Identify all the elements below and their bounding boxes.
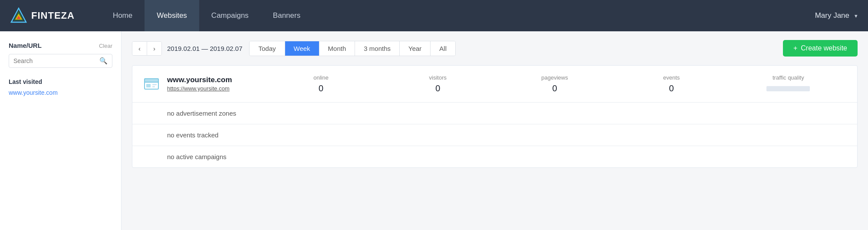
info-row-events: no events tracked <box>132 124 857 146</box>
nav-banners[interactable]: Banners <box>261 0 312 31</box>
search-icon[interactable]: 🔍 <box>99 57 108 65</box>
stat-online: online 0 <box>299 74 343 93</box>
stat-pageviews-label: pageviews <box>541 74 568 81</box>
stat-online-value: 0 <box>319 83 323 93</box>
stat-events-value: 0 <box>669 83 674 93</box>
sidebar: Name/URL Clear 🔍 Last visited www.yoursi… <box>0 31 122 230</box>
site-info: www.yoursite.com https://www.yoursite.co… <box>167 76 263 92</box>
stat-pageviews-value: 0 <box>552 83 557 93</box>
next-arrow-button[interactable]: › <box>147 42 161 55</box>
period-year[interactable]: Year <box>400 41 431 56</box>
svg-rect-7 <box>146 84 151 87</box>
stat-events-label: events <box>663 74 680 81</box>
nav-websites[interactable]: Websites <box>145 0 199 31</box>
period-week[interactable]: Week <box>285 41 319 56</box>
user-menu[interactable]: Mary Jane ▾ <box>815 11 858 20</box>
stat-traffic-quality: traffic quality <box>766 74 810 93</box>
date-bar: ‹ › 2019.02.01 — 2019.02.07 Today Week M… <box>132 40 858 57</box>
period-tabs: Today Week Month 3 months Year All <box>249 41 456 56</box>
period-today[interactable]: Today <box>250 41 285 56</box>
user-name: Mary Jane <box>815 11 849 20</box>
last-visited-label: Last visited <box>9 78 112 85</box>
period-3months[interactable]: 3 months <box>355 41 400 56</box>
info-row-campaigns: no active campaigns <box>132 146 857 167</box>
sidebar-filter-header: Name/URL Clear <box>9 42 112 50</box>
site-name: www.yoursite.com <box>167 76 263 84</box>
sidebar-clear-button[interactable]: Clear <box>99 43 112 49</box>
chevron-down-icon: ▾ <box>855 13 858 19</box>
logo-text: FINTEZA <box>31 10 75 21</box>
stat-visitors-label: visitors <box>429 74 447 81</box>
create-btn-icon: + <box>793 44 797 52</box>
search-box: 🔍 <box>9 54 112 68</box>
prev-arrow-button[interactable]: ‹ <box>132 42 147 55</box>
finteza-logo-icon <box>10 7 27 24</box>
nav-links: Home Websites Campaigns Banners <box>101 0 815 31</box>
page-body: Name/URL Clear 🔍 Last visited www.yoursi… <box>0 31 868 230</box>
info-row-zones: no advertisement zones <box>132 103 857 124</box>
website-stats-row: www.yoursite.com https://www.yoursite.co… <box>132 66 857 103</box>
stat-online-label: online <box>313 74 329 81</box>
search-input[interactable] <box>13 57 99 64</box>
date-range: 2019.02.01 — 2019.02.07 <box>167 45 242 52</box>
logo-area: FINTEZA <box>10 7 75 24</box>
svg-rect-8 <box>152 84 157 85</box>
stat-pageviews: pageviews 0 <box>533 74 576 93</box>
traffic-quality-bar <box>766 86 810 91</box>
site-url[interactable]: https://www.yoursite.com <box>167 85 230 92</box>
stat-visitors-value: 0 <box>435 83 440 93</box>
website-card: www.yoursite.com https://www.yoursite.co… <box>132 65 858 168</box>
stat-events: events 0 <box>650 74 693 93</box>
main-content: ‹ › 2019.02.01 — 2019.02.07 Today Week M… <box>122 31 868 230</box>
create-btn-label: Create website <box>801 44 847 52</box>
nav-home[interactable]: Home <box>101 0 145 31</box>
top-navigation: FINTEZA Home Websites Campaigns Banners … <box>0 0 868 31</box>
nav-campaigns[interactable]: Campaigns <box>199 0 261 31</box>
site-icon <box>143 75 160 93</box>
period-all[interactable]: All <box>431 41 455 56</box>
create-website-button[interactable]: + Create website <box>783 40 858 57</box>
period-month[interactable]: Month <box>319 41 355 56</box>
svg-rect-9 <box>152 86 155 87</box>
svg-rect-5 <box>145 79 158 82</box>
sidebar-filter-label: Name/URL <box>9 42 42 49</box>
last-visited-section: Last visited www.yoursite.com <box>9 78 112 97</box>
stat-visitors: visitors 0 <box>416 74 460 93</box>
stats-area: online 0 visitors 0 pageviews 0 events 0 <box>263 74 847 93</box>
last-visited-link[interactable]: www.yoursite.com <box>9 89 58 96</box>
stat-traffic-quality-label: traffic quality <box>773 74 804 81</box>
nav-arrows: ‹ › <box>132 41 162 56</box>
